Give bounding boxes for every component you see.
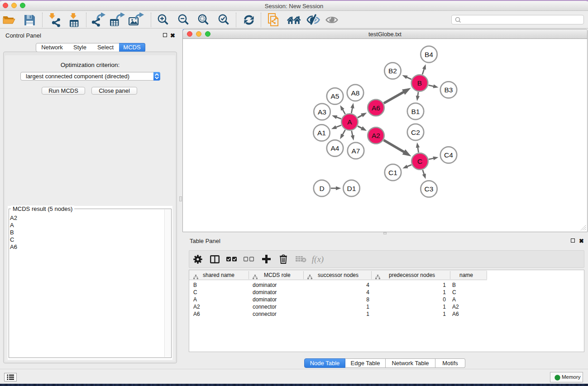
- svg-text:B1: B1: [411, 108, 420, 115]
- svg-text:C1: C1: [388, 169, 397, 176]
- svg-text:D1: D1: [347, 185, 356, 192]
- svg-text:B3: B3: [445, 86, 453, 94]
- svg-text:D: D: [319, 185, 324, 192]
- svg-text:C3: C3: [425, 185, 434, 193]
- svg-text:B: B: [417, 79, 422, 87]
- svg-text:A4: A4: [331, 144, 339, 152]
- svg-text:A3: A3: [318, 108, 326, 116]
- svg-text:C4: C4: [444, 151, 453, 159]
- svg-text:A: A: [347, 118, 352, 126]
- svg-text:A8: A8: [351, 89, 360, 97]
- svg-text:B4: B4: [425, 51, 433, 58]
- svg-text:A6: A6: [372, 104, 380, 112]
- svg-text:C2: C2: [411, 129, 420, 136]
- svg-text:A5: A5: [331, 92, 339, 100]
- svg-text:C: C: [417, 157, 422, 165]
- svg-text:A7: A7: [352, 147, 360, 155]
- svg-text:A2: A2: [372, 132, 380, 139]
- svg-text:B2: B2: [388, 67, 397, 75]
- svg-text:A1: A1: [317, 129, 326, 137]
